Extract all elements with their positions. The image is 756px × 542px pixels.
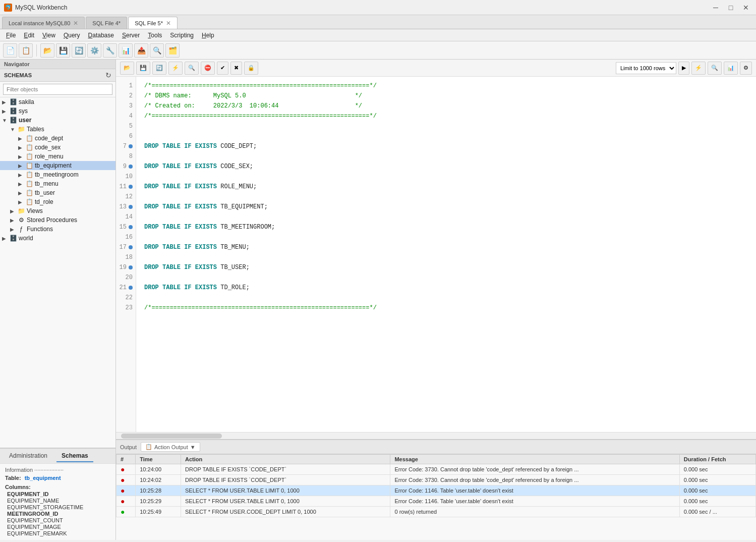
toolbar-save-file[interactable]: 💾 (136, 62, 150, 75)
arrow-stored-procs[interactable]: ▶ (10, 218, 17, 223)
toolbar-search[interactable]: 🔍 (185, 62, 199, 75)
toolbar-btn-6[interactable]: ⚙️ (87, 43, 101, 58)
menu-database[interactable]: Database (84, 31, 118, 40)
menu-query[interactable]: Query (60, 31, 84, 40)
sql-editor[interactable]: 1 2 3 4 5 6 7 8 9 10 11 12 13 14 15 16 (116, 77, 756, 432)
toolbar-rollback[interactable]: ✖ (230, 62, 242, 75)
arrow-code-dept[interactable]: ▶ (18, 136, 25, 141)
code-line-18 (144, 252, 756, 262)
toolbar-btn-10[interactable]: 🔍 (150, 43, 164, 58)
toolbar-autocommit[interactable]: 🔒 (244, 62, 258, 75)
toolbar-open-file[interactable]: 📂 (120, 62, 134, 75)
arrow-role-menu[interactable]: ▶ (18, 154, 25, 159)
tree-item-tb-menu[interactable]: ▶ 📋 tb_menu (0, 179, 115, 188)
arrow-views[interactable]: ▶ (10, 208, 17, 214)
tab-close-local[interactable]: ✕ (73, 20, 78, 27)
code-content[interactable]: /*======================================… (136, 77, 756, 432)
output-row-5[interactable]: ● 10:24:02 DROP TABLE IF EXISTS `CODE_DE… (117, 475, 756, 485)
tab-close-sql5[interactable]: ✕ (166, 20, 171, 27)
tree-item-tb-meetingroom[interactable]: ▶ 📋 tb_meetingroom (0, 170, 115, 179)
toolbar-execute-cursor[interactable]: ⚡ (691, 62, 706, 75)
db-icon-sys: 🗄️ (9, 107, 17, 115)
table-icon-tb-menu: 📋 (25, 180, 33, 187)
tree-item-code-sex[interactable]: ▶ 📋 code_sex (0, 143, 115, 152)
toolbar-btn-7[interactable]: 🔧 (103, 43, 117, 58)
tab-local-instance[interactable]: Local instance MySQL80 ✕ (2, 17, 85, 29)
label-code-sex: code_sex (35, 144, 61, 151)
tree-item-tb-user[interactable]: ▶ 📋 tb_user (0, 188, 115, 197)
maximize-button[interactable]: □ (725, 3, 737, 13)
arrow-td-role[interactable]: ▶ (18, 199, 25, 205)
toolbar-btn-2[interactable]: 📋 (19, 43, 33, 58)
action-output-arrow[interactable]: ▼ (190, 444, 196, 450)
menu-tools[interactable]: Tools (144, 31, 166, 40)
toolbar-btn-4[interactable]: 💾 (56, 43, 70, 58)
limit-select[interactable]: Limit to 1000 rows Don't Limit Limit to … (616, 62, 676, 74)
arrow-sakila[interactable]: ▶ (2, 99, 9, 105)
toolbar-btn-9[interactable]: 📤 (134, 43, 148, 58)
arrow-code-sex[interactable]: ▶ (18, 145, 25, 150)
toolbar-btn-11[interactable]: 🗂️ (165, 43, 180, 58)
close-button[interactable]: ✕ (740, 3, 752, 13)
refresh-icon[interactable]: ↻ (105, 71, 111, 79)
menu-file[interactable]: File (2, 31, 20, 40)
arrow-tb-meetingroom[interactable]: ▶ (18, 172, 25, 178)
minimize-button[interactable]: ─ (710, 3, 722, 13)
menu-help[interactable]: Help (198, 31, 218, 40)
toolbar-refresh[interactable]: 🔄 (152, 62, 166, 75)
toolbar-btn-1[interactable]: 📄 (3, 43, 17, 58)
menu-scripting[interactable]: Scripting (166, 31, 198, 40)
toolbar-btn-3[interactable]: 📂 (40, 43, 54, 58)
toolbar-execute-all[interactable]: ⚡ (168, 62, 183, 75)
toolbar-btn-5[interactable]: 🔄 (72, 43, 86, 58)
tree-item-role-menu[interactable]: ▶ 📋 role_menu (0, 152, 115, 161)
arrow-world[interactable]: ▶ (2, 236, 9, 241)
tree-item-tb-equipment[interactable]: ▶ 📋 tb_equipment (0, 161, 115, 170)
output-row-4[interactable]: ● 10:24:00 DROP TABLE IF EXISTS `CODE_DE… (117, 464, 756, 475)
h-scroll-thumb[interactable] (121, 433, 222, 439)
cell-status: ● (117, 507, 136, 517)
tree-item-functions[interactable]: ▶ ƒ Functions (0, 225, 115, 234)
arrow-functions[interactable]: ▶ (10, 227, 17, 232)
output-row-8[interactable]: ● 10:25:49 SELECT * FROM USER.CODE_DEPT … (117, 507, 756, 517)
toolbar-execute-btn[interactable]: ▶ (678, 62, 689, 75)
tree-item-views[interactable]: ▶ 📁 Views (0, 206, 115, 215)
tree-item-user[interactable]: ▼ 🗄️ user (0, 116, 115, 125)
output-results-table[interactable]: # Time Action Message Duration / Fetch ●… (116, 454, 756, 540)
arrow-tables[interactable]: ▼ (10, 127, 17, 132)
action-output-btn[interactable]: 📋 Action Output ▼ (141, 442, 200, 452)
toolbar-find-replace[interactable]: 🔍 (708, 62, 722, 75)
table-icon-tb-equipment: 📋 (25, 162, 33, 169)
menu-view[interactable]: View (38, 31, 60, 40)
arrow-tb-user[interactable]: ▶ (18, 190, 25, 196)
arrow-tb-equipment[interactable]: ▶ (18, 163, 25, 169)
arrow-tb-menu[interactable]: ▶ (18, 181, 25, 187)
arrow-sys[interactable]: ▶ (2, 109, 9, 114)
menu-server[interactable]: Server (118, 31, 144, 40)
toolbar-stop[interactable]: ⛔ (201, 62, 215, 75)
tree-item-code-dept[interactable]: ▶ 📋 code_dept (0, 134, 115, 143)
cell-duration: 0.000 sec (679, 464, 755, 475)
tree-item-sys[interactable]: ▶ 🗄️ sys (0, 106, 115, 116)
arrow-user[interactable]: ▼ (2, 118, 9, 123)
toolbar-commit[interactable]: ✔ (217, 62, 228, 75)
filter-input[interactable] (3, 84, 112, 95)
toolbar-query-options[interactable]: ⚙ (740, 62, 752, 75)
output-row-6[interactable]: ● 10:25:28 SELECT * FROM USER.TABLE LIMI… (117, 485, 756, 496)
tree-item-stored-procedures[interactable]: ▶ ⚙ Stored Procedures (0, 215, 115, 225)
tab-sql5[interactable]: SQL File 5* ✕ (128, 17, 178, 29)
tree-item-tables-folder[interactable]: ▼ 📁 Tables (0, 125, 115, 134)
tree-item-world[interactable]: ▶ 🗄️ world (0, 234, 115, 243)
output-row-7[interactable]: ● 10:25:29 SELECT * FROM USER.TABLE LIMI… (117, 496, 756, 507)
toolbar-btn-8[interactable]: 📊 (119, 43, 133, 58)
tab-administration[interactable]: Administration (4, 450, 52, 462)
menu-edit[interactable]: Edit (20, 31, 38, 40)
output-label: Output (120, 444, 137, 450)
tree-item-td-role[interactable]: ▶ 📋 td_role (0, 197, 115, 206)
tree-item-sakila[interactable]: ▶ 🗄️ sakila (0, 97, 115, 106)
tab-schemas[interactable]: Schemas (56, 450, 93, 462)
toolbar-query-stats[interactable]: 📊 (724, 62, 738, 75)
horizontal-scrollbar[interactable] (116, 432, 756, 439)
dot-19 (129, 265, 133, 269)
tab-sql4[interactable]: SQL File 4* (86, 17, 127, 29)
